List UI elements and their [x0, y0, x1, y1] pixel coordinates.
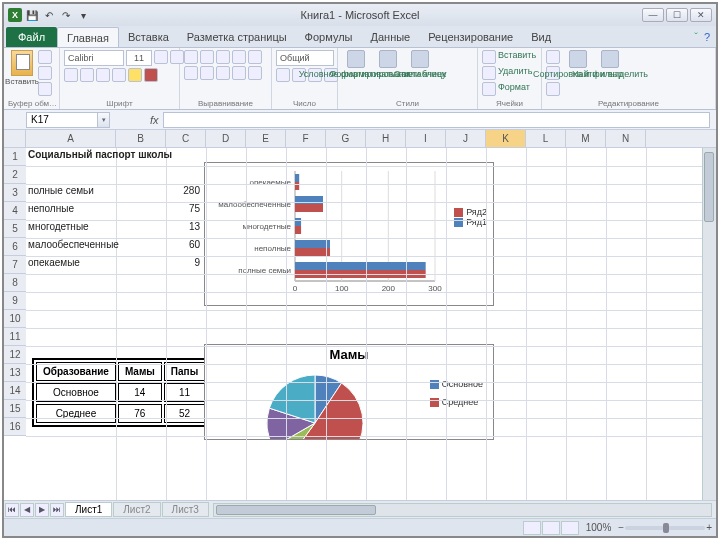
column-header[interactable]: G	[326, 130, 366, 147]
cell-value[interactable]: Социальный паспорт школы	[26, 148, 196, 164]
grow-font-icon[interactable]	[154, 50, 168, 64]
wrap-text-icon[interactable]	[248, 50, 262, 64]
column-header[interactable]: J	[446, 130, 486, 147]
row-header[interactable]: 12	[4, 346, 26, 364]
align-left-icon[interactable]	[184, 66, 198, 80]
tab-home[interactable]: Главная	[57, 27, 119, 47]
pie-chart[interactable]: Мамы Основное Среднее	[204, 344, 494, 440]
font-size-select[interactable]: 11	[126, 50, 152, 66]
row-header[interactable]: 15	[4, 400, 26, 418]
cell-value[interactable]: 280	[166, 184, 202, 200]
column-header[interactable]: K	[486, 130, 526, 147]
orientation-icon[interactable]	[232, 50, 246, 64]
view-page-break-icon[interactable]	[561, 521, 579, 535]
select-all-corner[interactable]	[4, 130, 26, 148]
vertical-scrollbar[interactable]	[702, 148, 716, 500]
sheet-nav-next[interactable]: ▶	[35, 503, 49, 517]
column-header[interactable]: D	[206, 130, 246, 147]
row-header[interactable]: 1	[4, 148, 26, 166]
align-center-icon[interactable]	[200, 66, 214, 80]
zoom-out-icon[interactable]: −	[618, 522, 624, 533]
close-button[interactable]: ✕	[690, 8, 712, 22]
merge-icon[interactable]	[248, 66, 262, 80]
column-header[interactable]: A	[26, 130, 116, 147]
column-header[interactable]: M	[566, 130, 606, 147]
italic-icon[interactable]	[80, 68, 94, 82]
tab-view[interactable]: Вид	[522, 27, 560, 47]
row-header[interactable]: 4	[4, 202, 26, 220]
row-header[interactable]: 13	[4, 364, 26, 382]
column-header[interactable]: H	[366, 130, 406, 147]
font-color-icon[interactable]	[144, 68, 158, 82]
autosum-icon[interactable]	[546, 50, 560, 64]
zoom-level[interactable]: 100%	[580, 522, 618, 533]
bold-icon[interactable]	[64, 68, 78, 82]
save-icon[interactable]: 💾	[25, 8, 39, 22]
column-header[interactable]: I	[406, 130, 446, 147]
name-box[interactable]: K17	[26, 112, 98, 128]
row-header[interactable]: 3	[4, 184, 26, 202]
qat-dropdown-icon[interactable]: ▾	[76, 8, 90, 22]
copy-icon[interactable]	[38, 66, 52, 80]
column-header[interactable]: B	[116, 130, 166, 147]
number-format-select[interactable]: Общий	[276, 50, 334, 66]
indent-dec-icon[interactable]	[232, 66, 246, 80]
worksheet-grid[interactable]: ABCDEFGHIJKLMN 12345678910111213141516 0…	[4, 130, 716, 500]
tab-page-layout[interactable]: Разметка страницы	[178, 27, 296, 47]
cell-styles-button[interactable]: Стили ячеек	[406, 50, 434, 90]
row-header[interactable]: 16	[4, 418, 26, 436]
tab-formulas[interactable]: Формулы	[296, 27, 362, 47]
underline-icon[interactable]	[96, 68, 110, 82]
sheet-nav-first[interactable]: ⏮	[5, 503, 19, 517]
row-header[interactable]: 10	[4, 310, 26, 328]
fx-icon[interactable]: fx	[150, 114, 159, 126]
fill-color-icon[interactable]	[128, 68, 142, 82]
help-icon[interactable]: ?	[704, 31, 710, 43]
row-header[interactable]: 2	[4, 166, 26, 184]
row-header[interactable]: 14	[4, 382, 26, 400]
format-painter-icon[interactable]	[38, 82, 52, 96]
align-right-icon[interactable]	[216, 66, 230, 80]
font-name-select[interactable]: Calibri	[64, 50, 124, 66]
row-header[interactable]: 5	[4, 220, 26, 238]
currency-icon[interactable]	[276, 68, 290, 82]
redo-icon[interactable]: ↷	[59, 8, 73, 22]
cell-value[interactable]: 13	[166, 220, 202, 236]
minimize-button[interactable]: —	[642, 8, 664, 22]
row-header[interactable]: 8	[4, 274, 26, 292]
align-bottom-icon[interactable]	[216, 50, 230, 64]
tab-review[interactable]: Рецензирование	[419, 27, 522, 47]
file-tab[interactable]: Файл	[6, 27, 57, 47]
row-header[interactable]: 6	[4, 238, 26, 256]
column-header[interactable]: F	[286, 130, 326, 147]
tab-insert[interactable]: Вставка	[119, 27, 178, 47]
sheet-tab[interactable]: Лист1	[65, 502, 112, 517]
cell-value[interactable]: 75	[166, 202, 202, 218]
undo-icon[interactable]: ↶	[42, 8, 56, 22]
minimize-ribbon-icon[interactable]: ˇ	[694, 31, 698, 43]
paste-button[interactable]: Вставить	[8, 50, 36, 90]
align-top-icon[interactable]	[184, 50, 198, 64]
sheet-nav-last[interactable]: ⏭	[50, 503, 64, 517]
zoom-slider[interactable]	[625, 526, 705, 530]
column-header[interactable]: N	[606, 130, 646, 147]
sheet-tab[interactable]: Лист3	[162, 502, 209, 517]
sheet-tab[interactable]: Лист2	[113, 502, 160, 517]
maximize-button[interactable]: ☐	[666, 8, 688, 22]
format-cells-icon[interactable]	[482, 82, 496, 96]
horizontal-scrollbar[interactable]	[213, 503, 712, 517]
border-icon[interactable]	[112, 68, 126, 82]
column-header[interactable]: C	[166, 130, 206, 147]
delete-cells-icon[interactable]	[482, 66, 496, 80]
formula-input[interactable]	[163, 112, 710, 128]
cut-icon[interactable]	[38, 50, 52, 64]
row-header[interactable]: 7	[4, 256, 26, 274]
align-middle-icon[interactable]	[200, 50, 214, 64]
insert-cells-icon[interactable]	[482, 50, 496, 64]
clear-icon[interactable]	[546, 82, 560, 96]
column-header[interactable]: E	[246, 130, 286, 147]
zoom-in-icon[interactable]: +	[706, 522, 712, 533]
row-header[interactable]: 9	[4, 292, 26, 310]
cell-value[interactable]: 60	[166, 238, 202, 254]
view-page-layout-icon[interactable]	[542, 521, 560, 535]
